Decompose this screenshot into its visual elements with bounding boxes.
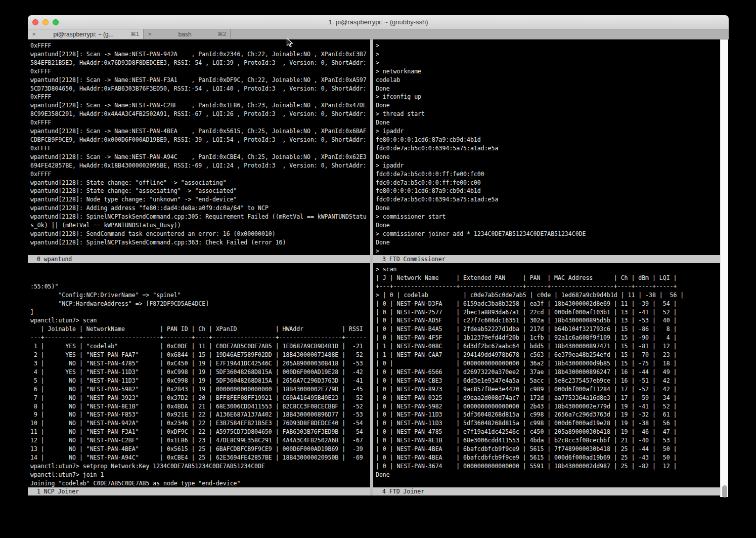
pane-divider[interactable]: [370, 39, 373, 495]
terminal-window: 1. pi@raspberrypi: ~ (gnubby-ssh) ✕ pi@r…: [28, 15, 729, 526]
minimize-button[interactable]: [42, 19, 49, 25]
close-tab-icon[interactable]: ✕: [148, 29, 152, 39]
pane-ftd-commissioner-cli[interactable]: > > > > networkname codelab Done > ifcon…: [373, 39, 729, 255]
pane-title-ftd-joiner: 4 FTD Joiner: [373, 487, 720, 495]
window-titlebar[interactable]: 1. pi@raspberrypi: ~ (gnubby-ssh): [28, 15, 729, 29]
close-tab-icon[interactable]: ✕: [32, 29, 36, 39]
tab-label: bash: [154, 31, 215, 38]
terminal-content: 0xFFFF wpantund[2128]: Scan -> Name:NEST…: [28, 39, 729, 526]
tab-shortcut-badge: ⌘1: [130, 31, 139, 37]
tab-label: pi@raspberrypi: ~ (g...: [38, 31, 128, 38]
mouse-pointer-icon: [286, 38, 293, 48]
ncp-joiner-output: :55:05)" "Config:NCP:DriverName" => "spi…: [30, 282, 370, 487]
tab-bar: ✕ pi@raspberrypi: ~ (g... ⌘1 ✕ bash ⌘2: [28, 29, 729, 39]
pane-title-ncp-joiner: 1 NCP Joiner: [28, 487, 370, 495]
window-title: 1. pi@raspberrypi: ~ (gnubby-ssh): [28, 15, 729, 29]
scrollbar-thumb[interactable]: [722, 485, 727, 498]
pane-title-ftd-commissioner: 3 FTD Commissioner: [373, 255, 720, 263]
scrollbar-track[interactable]: [720, 39, 728, 497]
pane-title-wpantund: 0 wpantund: [28, 255, 370, 263]
tab-ssh-session[interactable]: ✕ pi@raspberrypi: ~ (g... ⌘1: [28, 29, 144, 39]
tab-shortcut-badge: ⌘2: [217, 31, 226, 37]
zoom-button[interactable]: [53, 19, 59, 25]
pane-ncp-joiner-cli[interactable]: :55:05)" "Config:NCP:DriverName" => "spi…: [28, 263, 370, 487]
pane-ftd-joiner-cli[interactable]: > scan | J | Network Name | Extended PAN…: [373, 263, 729, 487]
close-button[interactable]: [32, 19, 38, 25]
window-controls: [32, 19, 59, 25]
pane-wpantund-log[interactable]: 0xFFFF wpantund[2128]: Scan -> Name:NEST…: [28, 39, 370, 255]
tab-bash[interactable]: ✕ bash ⌘2: [144, 29, 231, 39]
